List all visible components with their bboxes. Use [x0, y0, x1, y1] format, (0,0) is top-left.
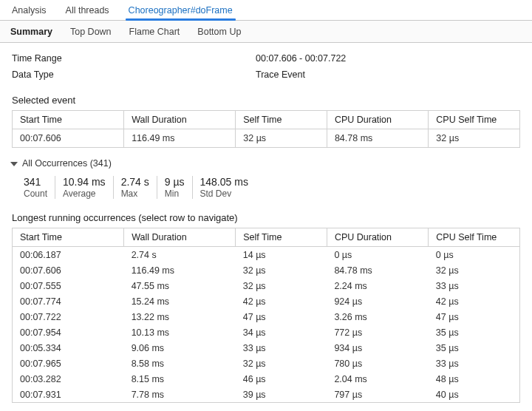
- time-range-row: Time Range 00:07.606 - 00:07.722: [12, 50, 520, 67]
- longest-table: Start TimeWall DurationSelf TimeCPU Dura…: [12, 228, 520, 403]
- cell: 40 µs: [429, 387, 520, 403]
- sub-tab-summary[interactable]: Summary: [10, 27, 52, 37]
- all-occurrences-heading: All Occurrences (341): [22, 158, 112, 169]
- table-row[interactable]: 00:07.9317.78 ms39 µs797 µs40 µs: [13, 387, 520, 403]
- stat-label: Max: [121, 188, 138, 199]
- selected-event-row[interactable]: 00:07.606116.49 ms32 µs84.78 ms32 µs: [13, 129, 520, 148]
- stat-count: 341Count: [16, 176, 55, 199]
- chevron-down-icon: [10, 162, 18, 166]
- cell: 3.26 ms: [327, 309, 428, 325]
- sub-tab-flame-chart[interactable]: Flame Chart: [129, 27, 180, 37]
- cell: 32 µs: [429, 129, 520, 148]
- cell: 35 µs: [429, 340, 520, 356]
- column-header[interactable]: Start Time: [13, 111, 124, 129]
- selected-event-table: Start TimeWall DurationSelf TimeCPU Dura…: [12, 110, 520, 148]
- cell: 0 µs: [429, 247, 520, 263]
- data-type-row: Data Type Trace Event: [12, 67, 520, 83]
- cell: 00:06.187: [13, 247, 124, 263]
- sub-tab-bar: SummaryTop DownFlame ChartBottom Up: [0, 21, 532, 43]
- column-header[interactable]: CPU Self Time: [429, 111, 520, 129]
- cell: 0 µs: [327, 247, 428, 263]
- cell: 47 µs: [236, 309, 327, 325]
- stat-std-dev: 148.05 msStd Dev: [193, 176, 256, 199]
- stat-label: Average: [63, 188, 95, 199]
- cell: 7.78 ms: [124, 387, 236, 403]
- column-header[interactable]: Self Time: [236, 228, 327, 247]
- cell: 32 µs: [429, 262, 520, 278]
- cell: 39 µs: [236, 387, 327, 403]
- stat-min: 9 µsMin: [157, 176, 193, 199]
- stat-max: 2.74 sMax: [114, 176, 157, 199]
- table-row[interactable]: 00:07.9658.58 ms32 µs780 µs33 µs: [13, 356, 520, 371]
- column-header[interactable]: Wall Duration: [124, 228, 236, 247]
- cell: 47 µs: [429, 309, 520, 325]
- cell: 00:05.334: [13, 340, 124, 356]
- cell: 8.15 ms: [124, 371, 236, 387]
- stat-average: 10.94 msAverage: [55, 176, 114, 199]
- cell: 34 µs: [236, 325, 327, 340]
- table-row[interactable]: 00:07.77415.24 ms42 µs924 µs42 µs: [13, 293, 520, 309]
- table-row[interactable]: 00:07.95410.13 ms34 µs772 µs35 µs: [13, 325, 520, 340]
- cell: 2.24 ms: [327, 278, 428, 293]
- stat-label: Min: [165, 188, 179, 199]
- top-tab-choreographer-doframe[interactable]: Choreographer#doFrame: [127, 1, 234, 20]
- stat-value: 9 µs: [165, 176, 185, 188]
- cell: 00:07.606: [13, 262, 124, 278]
- stat-label: Count: [24, 188, 47, 199]
- cell: 14 µs: [236, 247, 327, 263]
- sub-tab-bottom-up[interactable]: Bottom Up: [197, 27, 241, 37]
- table-row[interactable]: 00:07.55547.55 ms32 µs2.24 ms33 µs: [13, 278, 520, 293]
- cell: 42 µs: [429, 293, 520, 309]
- cell: 797 µs: [327, 387, 428, 403]
- stat-value: 148.05 ms: [200, 176, 248, 188]
- column-header[interactable]: Wall Duration: [124, 111, 236, 129]
- cell: 8.58 ms: [124, 356, 236, 371]
- cell: 934 µs: [327, 340, 428, 356]
- cell: 00:03.282: [13, 371, 124, 387]
- cell: 924 µs: [327, 293, 428, 309]
- time-range-value: 00:07.606 - 00:07.722: [256, 53, 346, 64]
- column-header[interactable]: CPU Duration: [327, 111, 428, 129]
- column-header[interactable]: Self Time: [236, 111, 327, 129]
- top-tab-bar: AnalysisAll threadsChoreographer#doFrame: [0, 0, 532, 21]
- cell: 32 µs: [236, 356, 327, 371]
- cell: 32 µs: [236, 278, 327, 293]
- cell: 00:07.931: [13, 387, 124, 403]
- profiler-panel: AnalysisAll threadsChoreographer#doFrame…: [0, 0, 532, 403]
- cell: 48 µs: [429, 371, 520, 387]
- sub-tab-top-down[interactable]: Top Down: [70, 27, 112, 37]
- stat-value: 10.94 ms: [63, 176, 106, 188]
- cell: 15.24 ms: [124, 293, 236, 309]
- cell: 84.78 ms: [327, 129, 428, 148]
- time-range-label: Time Range: [12, 53, 256, 64]
- cell: 33 µs: [429, 278, 520, 293]
- cell: 13.22 ms: [124, 309, 236, 325]
- cell: 116.49 ms: [124, 129, 236, 148]
- cell: 46 µs: [236, 371, 327, 387]
- cell: 10.13 ms: [124, 325, 236, 340]
- cell: 2.04 ms: [327, 371, 428, 387]
- cell: 00:07.555: [13, 278, 124, 293]
- data-type-value: Trace Event: [256, 69, 305, 80]
- all-occurrences-toggle[interactable]: All Occurrences (341): [0, 148, 532, 171]
- cell: 33 µs: [429, 356, 520, 371]
- top-tab-analysis[interactable]: Analysis: [10, 1, 48, 20]
- table-row[interactable]: 00:07.72213.22 ms47 µs3.26 ms47 µs: [13, 309, 520, 325]
- cell: 35 µs: [429, 325, 520, 340]
- table-row[interactable]: 00:03.2828.15 ms46 µs2.04 ms48 µs: [13, 371, 520, 387]
- table-row[interactable]: 00:05.3349.06 ms33 µs934 µs35 µs: [13, 340, 520, 356]
- column-header[interactable]: CPU Duration: [327, 228, 428, 247]
- cell: 9.06 ms: [124, 340, 236, 356]
- top-tab-all-threads[interactable]: All threads: [64, 1, 111, 20]
- cell: 00:07.965: [13, 356, 124, 371]
- table-row[interactable]: 00:07.606116.49 ms32 µs84.78 ms32 µs: [13, 262, 520, 278]
- data-type-label: Data Type: [12, 69, 256, 80]
- cell: 32 µs: [236, 129, 327, 148]
- column-header[interactable]: Start Time: [13, 228, 124, 247]
- table-row[interactable]: 00:06.1872.74 s14 µs0 µs0 µs: [13, 247, 520, 263]
- column-header[interactable]: CPU Self Time: [429, 228, 520, 247]
- stat-value: 2.74 s: [121, 176, 149, 188]
- cell: 116.49 ms: [124, 262, 236, 278]
- cell: 772 µs: [327, 325, 428, 340]
- summary-info: Time Range 00:07.606 - 00:07.722 Data Ty…: [0, 43, 532, 87]
